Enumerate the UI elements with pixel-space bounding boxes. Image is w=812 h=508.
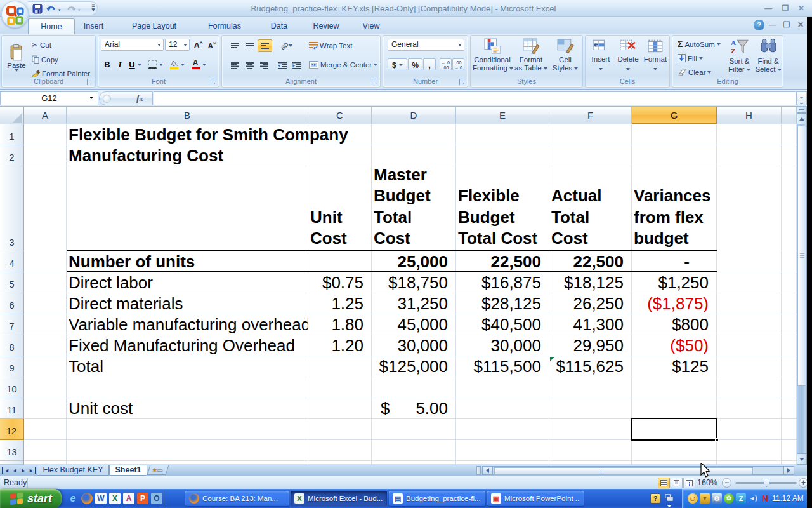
workbook-close-button[interactable]: ✕ xyxy=(793,21,808,30)
borders-button[interactable] xyxy=(147,58,158,70)
vertical-scrollbar[interactable] xyxy=(797,107,807,465)
format-as-table-button[interactable]: Format as Table xyxy=(514,38,547,72)
vscroll-track[interactable] xyxy=(797,124,807,453)
redo-dropdown[interactable]: ▾ xyxy=(78,8,81,13)
tab-data[interactable]: Data xyxy=(263,18,295,34)
tab-formulas[interactable]: Formulas xyxy=(200,18,249,34)
word-icon[interactable]: W xyxy=(95,493,107,504)
firefox-icon[interactable] xyxy=(81,493,93,504)
name-box[interactable]: G12 xyxy=(0,91,98,105)
font-dialog-launcher[interactable]: ⌟ xyxy=(211,79,217,85)
font-color-button[interactable]: A xyxy=(190,58,201,70)
hscroll-thumb[interactable] xyxy=(494,467,753,475)
name-box-dropdown[interactable] xyxy=(89,97,93,99)
percent-style-button[interactable]: % xyxy=(408,58,422,70)
task-button-4[interactable]: ▣Microsoft PowerPoint ... xyxy=(487,491,584,506)
row-header-6[interactable]: 6 xyxy=(0,293,24,314)
decrease-indent-button[interactable] xyxy=(275,59,289,72)
zune-tray-icon[interactable]: Z xyxy=(736,493,746,504)
paste-button[interactable]: Paste xyxy=(5,39,28,77)
underline-button[interactable]: U xyxy=(128,58,136,70)
tab-insert[interactable]: Insert xyxy=(76,18,111,34)
decrease-decimal-button[interactable]: .00→.0 xyxy=(452,58,464,70)
app-minimize-button[interactable]: — xyxy=(761,4,776,13)
formula-bar-expand-button[interactable]: ⌄⌄ xyxy=(796,91,807,105)
selection-border-G12[interactable] xyxy=(631,418,717,441)
shrink-font-button[interactable]: A˅ xyxy=(206,39,218,51)
hscroll-track[interactable] xyxy=(493,466,783,475)
next-sheet-button[interactable]: ► xyxy=(19,466,28,475)
grow-font-button[interactable]: A˄ xyxy=(192,39,205,51)
borders-dropdown[interactable] xyxy=(159,64,163,66)
merge-center-button[interactable]: Merge & Center xyxy=(309,61,377,69)
column-header-F[interactable]: F xyxy=(549,107,632,124)
find-select-button[interactable]: Find & Select xyxy=(754,38,782,74)
language-indicator-icon[interactable]: ? xyxy=(650,493,660,504)
office-button[interactable] xyxy=(1,1,29,28)
select-all-corner[interactable] xyxy=(0,107,24,124)
font-name-combo[interactable]: Arial xyxy=(101,39,164,51)
first-sheet-button[interactable]: ◄ xyxy=(1,466,10,475)
redo-icon[interactable] xyxy=(66,4,76,14)
outlook-icon[interactable]: O xyxy=(151,493,162,504)
volume-tray-icon[interactable]: ◄) xyxy=(748,493,758,504)
normal-view-button[interactable] xyxy=(658,478,670,488)
sheet-tab-sheet1[interactable]: Sheet1 xyxy=(109,465,147,476)
column-header-C[interactable]: C xyxy=(308,107,372,124)
conditional-formatting-button[interactable]: Conditional Formatting xyxy=(473,38,512,72)
hidden-icons-button[interactable] xyxy=(665,493,673,507)
fill-color-dropdown[interactable] xyxy=(181,64,185,66)
norton-tray-icon[interactable]: N xyxy=(760,493,770,504)
column-header-partial[interactable] xyxy=(782,107,797,124)
column-header-G[interactable]: G xyxy=(632,107,717,124)
column-header-A[interactable]: A xyxy=(24,107,67,124)
row-header-3[interactable]: 3 xyxy=(0,166,24,251)
vscroll-down-button[interactable] xyxy=(797,453,807,465)
row-header-8[interactable]: 8 xyxy=(0,335,24,356)
task-button-2[interactable]: XMicrosoft Excel - Bud... xyxy=(291,491,387,506)
excel-icon[interactable]: X xyxy=(109,493,121,504)
column-header-E[interactable]: E xyxy=(456,107,549,124)
zoom-level[interactable]: 160% xyxy=(688,478,717,487)
previous-sheet-button[interactable]: ◄ xyxy=(10,466,19,475)
undo-dropdown[interactable]: ▾ xyxy=(58,8,61,13)
task-button-3[interactable]: ▤Budgeting_practice-fl... xyxy=(389,491,485,506)
app-close-button[interactable]: ✕ xyxy=(794,4,809,13)
clipboard-dialog-launcher[interactable]: ⌟ xyxy=(87,79,93,85)
format-cells-button[interactable]: Format xyxy=(643,39,668,73)
vscroll-split-handle[interactable] xyxy=(797,107,807,113)
cut-button[interactable]: ✂ Cut xyxy=(32,41,51,49)
vscroll-up-button[interactable] xyxy=(797,113,807,124)
copy-button[interactable]: Copy xyxy=(32,55,58,64)
wrap-text-button[interactable]: Wrap Text xyxy=(309,42,352,50)
row-header-1[interactable]: 1 xyxy=(0,124,24,145)
orientation-button[interactable]: ab xyxy=(277,39,296,52)
increase-decimal-button[interactable]: ←.0.00 xyxy=(440,58,452,70)
tab-page-layout[interactable]: Page Layout xyxy=(124,18,184,34)
align-left-button[interactable] xyxy=(228,59,242,72)
align-middle-button[interactable] xyxy=(243,39,256,52)
align-top-button[interactable] xyxy=(228,39,242,52)
page-layout-view-button[interactable] xyxy=(671,478,683,488)
column-header-B[interactable]: B xyxy=(67,107,308,124)
insert-cells-button[interactable]: Insert xyxy=(588,39,613,73)
qat-customize-button[interactable]: ≡▾ xyxy=(89,4,98,13)
increase-indent-button[interactable] xyxy=(290,59,303,72)
fill-button[interactable]: Fill xyxy=(678,54,703,62)
number-format-combo[interactable]: General xyxy=(388,39,464,51)
access-icon[interactable]: A xyxy=(123,493,134,504)
clear-button[interactable]: Clear xyxy=(678,69,711,76)
column-header-H[interactable]: H xyxy=(717,107,782,124)
tools-tray-icon[interactable]: ⚙ xyxy=(712,493,722,504)
task-button-1[interactable]: Course: BA 213: Man... xyxy=(185,491,289,506)
number-dialog-launcher[interactable]: ⌟ xyxy=(459,79,466,85)
row-header-11[interactable]: 11 xyxy=(0,398,24,419)
underline-dropdown[interactable] xyxy=(138,64,141,66)
font-color-dropdown[interactable] xyxy=(202,64,206,66)
comma-style-button[interactable]: , xyxy=(423,58,436,70)
powerpoint-icon[interactable]: P xyxy=(137,493,148,504)
help-button[interactable]: ? xyxy=(754,20,764,30)
formula-input[interactable] xyxy=(154,91,796,105)
bold-button[interactable]: B xyxy=(102,58,112,70)
undo-icon[interactable] xyxy=(46,4,56,14)
